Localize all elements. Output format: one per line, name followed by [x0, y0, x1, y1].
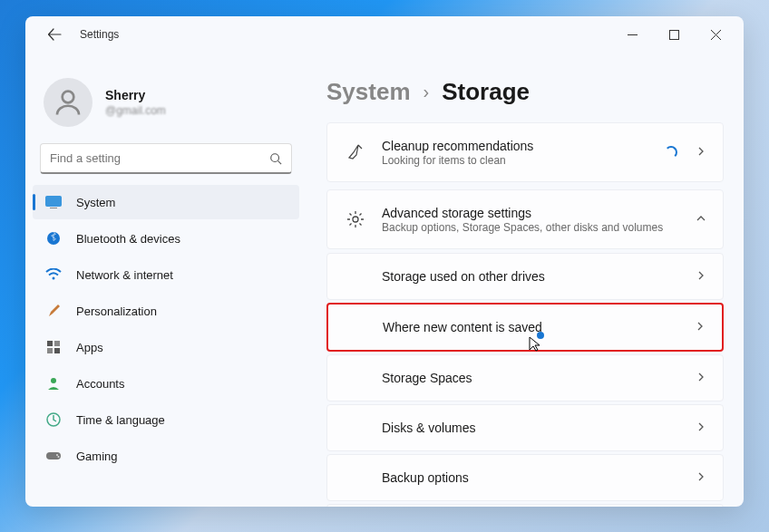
content: Sherry @gmail.com System Bluetooth & dev… — [25, 53, 744, 507]
loading-spinner-icon — [665, 146, 677, 159]
close-icon — [711, 30, 721, 40]
sidebar-item-system[interactable]: System — [33, 185, 299, 219]
row-advanced-storage[interactable]: Advanced storage settings Backup options… — [326, 189, 724, 249]
svg-point-13 — [56, 454, 58, 456]
minimize-icon — [628, 30, 638, 40]
svg-rect-7 — [54, 341, 60, 346]
back-button[interactable] — [40, 20, 69, 49]
brush-icon — [45, 303, 62, 319]
svg-rect-3 — [46, 197, 62, 207]
row-cleanup[interactable]: Cleanup recommendations Looking for item… — [326, 122, 724, 182]
subrow-storage-spaces[interactable]: Storage Spaces — [326, 354, 724, 401]
row-subtitle: Backup options, Storage Spaces, other di… — [382, 221, 696, 234]
accounts-icon — [45, 375, 62, 392]
wifi-icon — [45, 266, 62, 283]
chevron-right-icon — [696, 144, 706, 160]
sidebar-item-bluetooth[interactable]: Bluetooth & devices — [33, 221, 299, 256]
breadcrumb-parent[interactable]: System — [326, 78, 411, 106]
breadcrumb-current: Storage — [442, 78, 530, 106]
system-icon — [45, 194, 62, 210]
subrow-storage-other-drives[interactable]: Storage used on other drives — [326, 253, 724, 300]
maximize-button[interactable] — [653, 20, 695, 49]
sidebar-item-label: Gaming — [76, 450, 118, 463]
row-text: Cleanup recommendations Looking for item… — [382, 139, 665, 167]
subrow-title: Storage used on other drives — [382, 269, 696, 284]
subrow-backup-options[interactable]: Backup options — [326, 454, 724, 501]
window-controls — [611, 20, 736, 49]
svg-rect-8 — [47, 348, 53, 353]
settings-window: Settings Sherry @gmail.com — [25, 16, 744, 507]
window-title: Settings — [80, 28, 119, 41]
titlebar: Settings — [25, 16, 744, 53]
breadcrumb: System › Storage — [326, 78, 724, 106]
svg-point-5 — [53, 277, 55, 280]
sidebar-item-apps[interactable]: Apps — [33, 330, 299, 364]
arrow-left-icon — [47, 27, 62, 42]
chevron-right-icon: › — [423, 82, 430, 102]
nav: System Bluetooth & devices Network & int… — [33, 185, 299, 473]
sidebar-item-label: Bluetooth & devices — [76, 232, 180, 246]
subrow-title: Disks & volumes — [382, 421, 696, 435]
chevron-up-icon — [696, 211, 706, 227]
gaming-icon — [45, 448, 62, 464]
svg-point-10 — [51, 378, 56, 383]
maximize-icon — [669, 30, 679, 40]
svg-point-1 — [63, 92, 74, 103]
svg-rect-9 — [54, 348, 60, 353]
sidebar-item-label: Time & language — [76, 413, 165, 427]
search-icon — [269, 152, 282, 165]
chevron-right-icon — [696, 370, 706, 386]
svg-rect-6 — [47, 341, 53, 346]
row-title: Cleanup recommendations — [382, 139, 665, 153]
broom-icon — [346, 143, 365, 161]
apps-icon — [45, 339, 62, 355]
profile[interactable]: Sherry @gmail.com — [33, 53, 299, 143]
person-icon — [52, 86, 84, 119]
sidebar-item-label: Network & internet — [76, 268, 173, 282]
svg-point-15 — [353, 217, 358, 222]
close-button[interactable] — [695, 20, 736, 49]
main: System › Storage Cleanup recommendations… — [307, 53, 744, 507]
minimize-button[interactable] — [611, 20, 653, 49]
subrow-title: Where new content is saved — [383, 320, 695, 334]
row-text: Advanced storage settings Backup options… — [382, 206, 696, 234]
sidebar-item-label: System — [76, 196, 115, 209]
avatar — [44, 78, 92, 127]
sidebar-item-gaming[interactable]: Gaming — [33, 439, 299, 473]
sidebar-item-time-language[interactable]: Time & language — [33, 402, 299, 437]
svg-point-2 — [271, 153, 279, 161]
chevron-right-icon — [696, 420, 706, 436]
gear-icon — [346, 210, 365, 228]
subrow-title: Backup options — [382, 470, 696, 485]
subrow-where-new-content[interactable]: Where new content is saved — [326, 303, 724, 352]
clock-globe-icon — [45, 411, 62, 428]
search-box[interactable] — [40, 143, 292, 174]
svg-point-14 — [58, 456, 60, 458]
profile-email: @gmail.com — [105, 104, 288, 117]
svg-rect-12 — [46, 452, 61, 459]
sidebar-item-accounts[interactable]: Accounts — [33, 366, 299, 401]
search-input[interactable] — [50, 151, 269, 165]
chevron-right-icon — [696, 469, 706, 486]
chevron-right-icon — [696, 268, 706, 285]
sidebar-item-label: Accounts — [76, 377, 124, 391]
subrow-disks-volumes[interactable]: Disks & volumes — [326, 404, 724, 451]
subrow-drive-optimization[interactable]: Drive optimization — [326, 504, 724, 507]
sidebar-item-personalization[interactable]: Personalization — [33, 294, 299, 328]
sidebar-item-network[interactable]: Network & internet — [33, 257, 299, 292]
svg-rect-0 — [669, 30, 678, 39]
row-subtitle: Looking for items to clean — [382, 154, 665, 167]
profile-info: Sherry @gmail.com — [105, 88, 288, 117]
row-title: Advanced storage settings — [382, 206, 696, 220]
sidebar-item-label: Apps — [76, 341, 103, 354]
sidebar-item-label: Personalization — [76, 305, 157, 318]
bluetooth-icon — [45, 230, 62, 247]
chevron-right-icon — [695, 319, 706, 335]
subrow-title: Storage Spaces — [382, 371, 696, 385]
sidebar: Sherry @gmail.com System Bluetooth & dev… — [25, 53, 307, 507]
profile-name: Sherry — [105, 88, 288, 102]
